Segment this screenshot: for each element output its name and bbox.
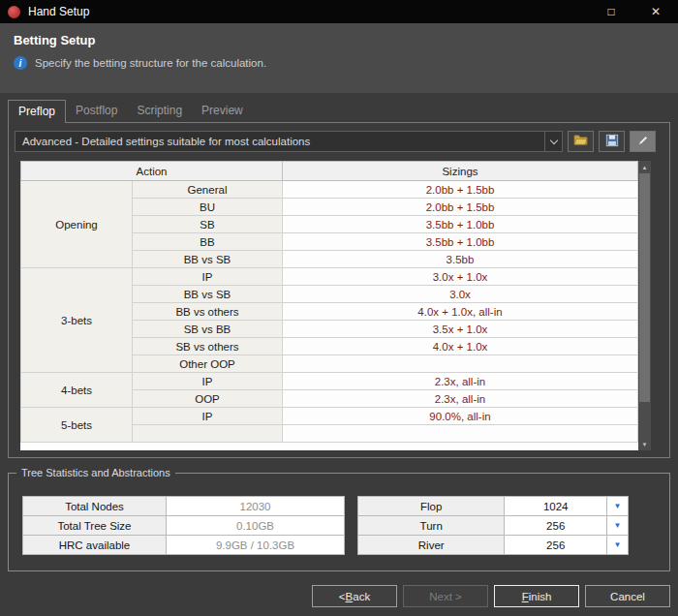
stat-value: 0.10GB (167, 516, 345, 536)
stat-value: 9.9GB / 10.3GB (167, 536, 345, 555)
group-cell-opening: Opening (21, 181, 133, 268)
sizing-cell[interactable]: 3.5bb + 1.0bb (283, 216, 638, 233)
close-button[interactable]: ✕ (633, 0, 678, 23)
table-row: Opening General 2.0bb + 1.5bb (21, 181, 638, 199)
sizing-cell[interactable]: 2.0bb + 1.5bb (283, 199, 638, 216)
group-cell-4bets: 4-bets (21, 373, 133, 408)
flop-abstraction-row: Flop 1024 ▼ (358, 497, 629, 516)
stat-label: Total Nodes (23, 497, 167, 516)
combobox-arrow-button[interactable] (544, 132, 562, 151)
groupbox-title: Tree Statistics and Abstractions (16, 467, 175, 478)
scrollbar-thumb[interactable] (639, 173, 650, 402)
action-cell: General (133, 181, 283, 199)
abstraction-label: River (358, 536, 505, 555)
action-cell: BB vs others (133, 303, 283, 321)
turn-abstraction-select[interactable]: 256 (505, 516, 607, 536)
sizing-cell[interactable] (283, 425, 638, 443)
action-cell: SB vs others (133, 338, 283, 355)
tree-statistics-groupbox: Tree Statistics and Abstractions Total N… (8, 473, 670, 571)
sizing-cell[interactable]: 3.5bb (283, 251, 638, 268)
stat-label: HRC available (23, 536, 167, 555)
dropdown-arrow-icon[interactable]: ▼ (607, 516, 629, 536)
action-cell: BB vs SB (133, 286, 283, 303)
action-cell: IP (133, 373, 283, 390)
save-preset-button[interactable] (599, 131, 625, 152)
maximize-button[interactable]: □ (589, 0, 633, 23)
abstraction-label: Flop (358, 497, 505, 516)
chevron-down-icon (549, 136, 557, 143)
action-cell: SB vs BB (133, 321, 283, 338)
sizing-cell[interactable]: 3.0x + 1.0x (283, 268, 638, 286)
table-row: Total Tree Size 0.10GB (23, 516, 345, 536)
cancel-button[interactable]: Cancel (585, 585, 670, 607)
river-abstraction-row: River 256 ▼ (358, 536, 629, 555)
action-cell: IP (133, 268, 283, 286)
dropdown-arrow-icon[interactable]: ▼ (607, 497, 629, 516)
river-abstraction-select[interactable]: 256 (505, 536, 607, 555)
sizing-cell[interactable] (283, 355, 638, 373)
table-row: 3-bets IP 3.0x + 1.0x (21, 268, 638, 286)
table-row: 4-bets IP 2.3x, all-in (21, 373, 638, 390)
tab-preflop[interactable]: Preflop (8, 100, 66, 123)
action-cell: IP (133, 408, 283, 425)
table-row: HRC available 9.9GB / 10.3GB (23, 536, 345, 555)
header: Betting Setup i Specify the betting stru… (0, 23, 678, 93)
action-cell: BB (133, 233, 283, 251)
preset-value: Advanced - Detailed settings suitable fo… (22, 136, 544, 147)
action-cell: BU (133, 199, 283, 216)
back-button[interactable]: < Back (312, 585, 397, 607)
tree-stats-table: Total Nodes 12030 Total Tree Size 0.10GB… (22, 496, 345, 555)
group-cell-5bets: 5-bets (21, 408, 133, 443)
stat-label: Total Tree Size (23, 516, 167, 536)
info-row: i Specify the betting structure for the … (14, 56, 664, 70)
preset-combobox[interactable]: Advanced - Detailed settings suitable fo… (15, 131, 563, 152)
sizing-cell[interactable]: 90.0%, all-in (283, 408, 638, 425)
sizing-cell[interactable]: 3.5x + 1.0x (283, 321, 638, 338)
table-row: 5-bets IP 90.0%, all-in (21, 408, 638, 425)
action-cell: OOP (133, 390, 283, 408)
edit-preset-button[interactable] (630, 131, 656, 152)
column-header-action: Action (21, 162, 283, 181)
scroll-up-icon[interactable]: ▲ (638, 161, 651, 173)
page-title: Betting Setup (14, 33, 664, 47)
sizing-cell[interactable]: 2.3x, all-in (283, 390, 638, 408)
sizing-cell[interactable]: 3.5bb + 1.0bb (283, 233, 638, 251)
flop-abstraction-select[interactable]: 1024 (505, 497, 607, 516)
group-cell-3bets: 3-bets (21, 268, 133, 373)
finish-button[interactable]: Finish (494, 585, 579, 607)
sizing-table-container: Action Sizings Opening General 2.0bb + 1… (20, 161, 651, 450)
action-cell: SB (133, 216, 283, 233)
sizing-cell[interactable]: 2.0bb + 1.5bb (283, 181, 638, 199)
tabbar: Preflop Postflop Scripting Preview (8, 100, 678, 122)
tab-preview[interactable]: Preview (192, 100, 253, 122)
sizing-cell[interactable]: 2.3x, all-in (283, 373, 638, 390)
turn-abstraction-row: Turn 256 ▼ (358, 516, 629, 536)
sizing-cell[interactable]: 3.0x (283, 286, 638, 303)
dropdown-arrow-icon[interactable]: ▼ (607, 536, 629, 555)
preflop-panel: Advanced - Detailed settings suitable fo… (8, 122, 670, 458)
action-cell (133, 425, 283, 443)
tab-scripting[interactable]: Scripting (127, 100, 192, 122)
save-icon (605, 134, 619, 150)
open-preset-button[interactable] (568, 131, 594, 152)
preset-row: Advanced - Detailed settings suitable fo… (15, 131, 656, 152)
sizing-cell[interactable]: 4.0x + 1.0x (283, 338, 638, 355)
column-header-sizings: Sizings (283, 162, 638, 181)
stat-value: 12030 (167, 497, 345, 516)
action-cell: Other OOP (133, 355, 283, 373)
abstractions-table: Flop 1024 ▼ Turn 256 ▼ River 256 ▼ (357, 496, 629, 555)
info-text: Specify the betting structure for the ca… (35, 57, 266, 69)
action-cell: BB vs SB (133, 251, 283, 268)
pen-icon (636, 134, 650, 150)
vertical-scrollbar[interactable]: ▲ ▼ (638, 161, 651, 450)
info-icon: i (14, 56, 27, 70)
titlebar-buttons: □ ✕ (589, 0, 678, 23)
sizing-cell[interactable]: 4.0x + 1.0x, all-in (283, 303, 638, 321)
sizings-table: Action Sizings Opening General 2.0bb + 1… (20, 161, 638, 443)
tab-postflop[interactable]: Postflop (66, 100, 127, 122)
next-button: Next > (403, 585, 488, 607)
app-icon (8, 6, 20, 18)
footer-buttons: < Back Next > Finish Cancel (312, 585, 670, 607)
scroll-down-icon[interactable]: ▼ (638, 438, 651, 450)
titlebar: Hand Setup □ ✕ (0, 0, 678, 23)
